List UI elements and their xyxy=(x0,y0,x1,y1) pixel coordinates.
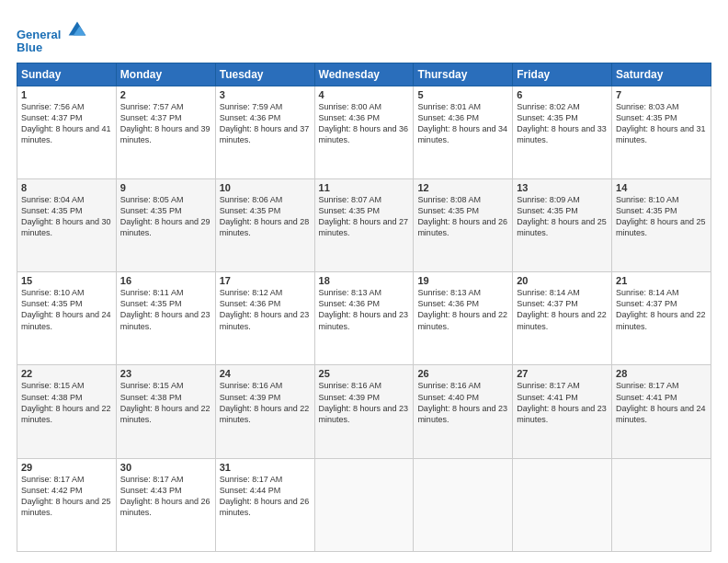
day-number: 3 xyxy=(220,89,311,100)
cell-content: Sunrise: 8:17 AMSunset: 4:44 PMDaylight:… xyxy=(220,474,311,519)
day-number: 2 xyxy=(120,89,211,100)
cell-content: Sunrise: 8:03 AMSunset: 4:35 PMDaylight:… xyxy=(616,101,707,146)
col-header-saturday: Saturday xyxy=(612,63,711,86)
cell-content: Sunrise: 8:16 AMSunset: 4:39 PMDaylight:… xyxy=(220,380,311,425)
cell-content: Sunrise: 8:07 AMSunset: 4:35 PMDaylight:… xyxy=(319,194,410,239)
cell-content: Sunrise: 7:59 AMSunset: 4:36 PMDaylight:… xyxy=(220,101,311,146)
day-number: 7 xyxy=(616,89,707,100)
day-number: 13 xyxy=(517,182,608,193)
logo-blue: Blue xyxy=(17,41,87,54)
calendar-cell: 10 Sunrise: 8:06 AMSunset: 4:35 PMDaylig… xyxy=(215,178,314,271)
calendar-cell: 15 Sunrise: 8:10 AMSunset: 4:35 PMDaylig… xyxy=(17,272,117,365)
cell-content: Sunrise: 8:10 AMSunset: 4:35 PMDaylight:… xyxy=(21,287,112,332)
day-number: 24 xyxy=(220,368,311,379)
cell-content: Sunrise: 8:15 AMSunset: 4:38 PMDaylight:… xyxy=(120,380,211,425)
cell-content: Sunrise: 8:12 AMSunset: 4:36 PMDaylight:… xyxy=(220,287,311,332)
calendar-cell: 24 Sunrise: 8:16 AMSunset: 4:39 PMDaylig… xyxy=(215,365,314,458)
calendar-cell: 11 Sunrise: 8:07 AMSunset: 4:35 PMDaylig… xyxy=(314,178,414,271)
day-number: 14 xyxy=(616,182,707,193)
cell-content: Sunrise: 8:08 AMSunset: 4:35 PMDaylight:… xyxy=(417,194,508,239)
day-number: 12 xyxy=(417,182,508,193)
cell-content: Sunrise: 8:02 AMSunset: 4:35 PMDaylight:… xyxy=(517,101,608,146)
day-number: 16 xyxy=(120,275,211,286)
cell-content: Sunrise: 8:11 AMSunset: 4:35 PMDaylight:… xyxy=(120,287,211,332)
day-number: 6 xyxy=(517,89,608,100)
week-row-2: 15 Sunrise: 8:10 AMSunset: 4:35 PMDaylig… xyxy=(17,272,711,365)
day-number: 1 xyxy=(21,89,112,100)
calendar-cell xyxy=(314,458,414,551)
calendar-cell: 29 Sunrise: 8:17 AMSunset: 4:42 PMDaylig… xyxy=(17,458,117,551)
calendar-cell: 6 Sunrise: 8:02 AMSunset: 4:35 PMDayligh… xyxy=(513,86,612,178)
col-header-monday: Monday xyxy=(116,63,215,86)
cell-content: Sunrise: 8:14 AMSunset: 4:37 PMDaylight:… xyxy=(616,287,707,332)
calendar-cell: 12 Sunrise: 8:08 AMSunset: 4:35 PMDaylig… xyxy=(414,178,513,271)
calendar-cell: 22 Sunrise: 8:15 AMSunset: 4:38 PMDaylig… xyxy=(17,365,117,458)
cell-content: Sunrise: 8:16 AMSunset: 4:39 PMDaylight:… xyxy=(319,380,410,425)
day-number: 20 xyxy=(517,275,608,286)
day-number: 19 xyxy=(417,275,508,286)
calendar-cell: 18 Sunrise: 8:13 AMSunset: 4:36 PMDaylig… xyxy=(314,272,414,365)
day-number: 15 xyxy=(21,275,112,286)
calendar-cell: 8 Sunrise: 8:04 AMSunset: 4:35 PMDayligh… xyxy=(17,178,117,271)
calendar-cell: 23 Sunrise: 8:15 AMSunset: 4:38 PMDaylig… xyxy=(116,365,215,458)
day-number: 27 xyxy=(517,368,608,379)
calendar-cell: 4 Sunrise: 8:00 AMSunset: 4:36 PMDayligh… xyxy=(314,86,414,178)
calendar-cell: 30 Sunrise: 8:17 AMSunset: 4:43 PMDaylig… xyxy=(116,458,215,551)
calendar-cell: 7 Sunrise: 8:03 AMSunset: 4:35 PMDayligh… xyxy=(612,86,711,178)
calendar-cell: 21 Sunrise: 8:14 AMSunset: 4:37 PMDaylig… xyxy=(612,272,711,365)
calendar-cell: 1 Sunrise: 7:56 AMSunset: 4:37 PMDayligh… xyxy=(17,86,117,178)
cell-content: Sunrise: 7:57 AMSunset: 4:37 PMDaylight:… xyxy=(120,101,211,146)
day-number: 8 xyxy=(21,182,112,193)
cell-content: Sunrise: 8:16 AMSunset: 4:40 PMDaylight:… xyxy=(417,380,508,425)
week-row-4: 29 Sunrise: 8:17 AMSunset: 4:42 PMDaylig… xyxy=(17,458,711,551)
day-number: 4 xyxy=(319,89,410,100)
day-number: 5 xyxy=(417,89,508,100)
logo-icon xyxy=(67,18,87,39)
day-number: 29 xyxy=(21,462,112,473)
day-number: 23 xyxy=(120,368,211,379)
week-row-1: 8 Sunrise: 8:04 AMSunset: 4:35 PMDayligh… xyxy=(17,178,711,271)
calendar-cell: 20 Sunrise: 8:14 AMSunset: 4:37 PMDaylig… xyxy=(513,272,612,365)
cell-content: Sunrise: 8:04 AMSunset: 4:35 PMDaylight:… xyxy=(21,194,112,239)
day-number: 31 xyxy=(220,462,311,473)
cell-content: Sunrise: 8:10 AMSunset: 4:35 PMDaylight:… xyxy=(616,194,707,239)
day-number: 17 xyxy=(220,275,311,286)
cell-content: Sunrise: 8:17 AMSunset: 4:41 PMDaylight:… xyxy=(616,380,707,425)
calendar-cell: 3 Sunrise: 7:59 AMSunset: 4:36 PMDayligh… xyxy=(215,86,314,178)
day-number: 18 xyxy=(319,275,410,286)
day-number: 26 xyxy=(417,368,508,379)
cell-content: Sunrise: 8:06 AMSunset: 4:35 PMDaylight:… xyxy=(220,194,311,239)
cell-content: Sunrise: 8:13 AMSunset: 4:36 PMDaylight:… xyxy=(319,287,410,332)
calendar-cell: 9 Sunrise: 8:05 AMSunset: 4:35 PMDayligh… xyxy=(116,178,215,271)
calendar-cell: 25 Sunrise: 8:16 AMSunset: 4:39 PMDaylig… xyxy=(314,365,414,458)
cell-content: Sunrise: 8:01 AMSunset: 4:36 PMDaylight:… xyxy=(417,101,508,146)
cell-content: Sunrise: 8:17 AMSunset: 4:41 PMDaylight:… xyxy=(517,380,608,425)
calendar-cell: 13 Sunrise: 8:09 AMSunset: 4:35 PMDaylig… xyxy=(513,178,612,271)
cell-content: Sunrise: 8:00 AMSunset: 4:36 PMDaylight:… xyxy=(319,101,410,146)
calendar-cell: 27 Sunrise: 8:17 AMSunset: 4:41 PMDaylig… xyxy=(513,365,612,458)
calendar-cell: 26 Sunrise: 8:16 AMSunset: 4:40 PMDaylig… xyxy=(414,365,513,458)
calendar-cell: 16 Sunrise: 8:11 AMSunset: 4:35 PMDaylig… xyxy=(116,272,215,365)
calendar: SundayMondayTuesdayWednesdayThursdayFrid… xyxy=(17,63,711,552)
page: General Blue SundayMondayTuesdayWednesda… xyxy=(0,0,728,563)
day-number: 22 xyxy=(21,368,112,379)
day-number: 10 xyxy=(220,182,311,193)
calendar-cell: 31 Sunrise: 8:17 AMSunset: 4:44 PMDaylig… xyxy=(215,458,314,551)
cell-content: Sunrise: 8:13 AMSunset: 4:36 PMDaylight:… xyxy=(417,287,508,332)
cell-content: Sunrise: 7:56 AMSunset: 4:37 PMDaylight:… xyxy=(21,101,112,146)
col-header-wednesday: Wednesday xyxy=(314,63,414,86)
day-number: 21 xyxy=(616,275,707,286)
day-number: 30 xyxy=(120,462,211,473)
day-number: 28 xyxy=(616,368,707,379)
calendar-cell: 17 Sunrise: 8:12 AMSunset: 4:36 PMDaylig… xyxy=(215,272,314,365)
logo-text: General xyxy=(17,18,87,41)
calendar-cell: 2 Sunrise: 7:57 AMSunset: 4:37 PMDayligh… xyxy=(116,86,215,178)
calendar-cell xyxy=(414,458,513,551)
col-header-sunday: Sunday xyxy=(17,63,117,86)
col-header-thursday: Thursday xyxy=(414,63,513,86)
day-number: 9 xyxy=(120,182,211,193)
cell-content: Sunrise: 8:17 AMSunset: 4:43 PMDaylight:… xyxy=(120,474,211,519)
week-row-0: 1 Sunrise: 7:56 AMSunset: 4:37 PMDayligh… xyxy=(17,86,711,178)
calendar-cell xyxy=(513,458,612,551)
cell-content: Sunrise: 8:14 AMSunset: 4:37 PMDaylight:… xyxy=(517,287,608,332)
